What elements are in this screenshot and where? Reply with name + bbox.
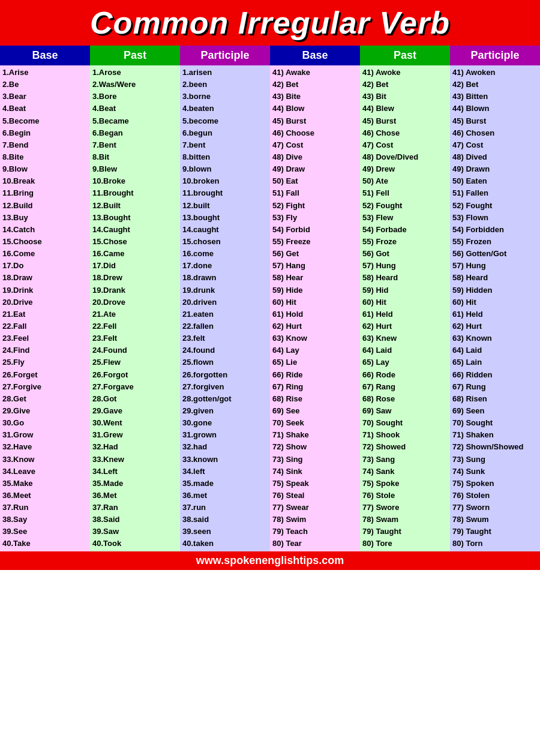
list-item: 63) Know <box>272 332 358 344</box>
list-item: 38.said <box>182 514 268 526</box>
list-item: 41) Awoke <box>362 67 448 79</box>
footer: www.spokenenglishtips.com <box>0 551 540 570</box>
list-item: 54) Forbid <box>272 224 358 236</box>
list-item: 64) Laid <box>362 344 448 356</box>
list-item: 42) Bet <box>452 79 538 91</box>
list-item: 43) Bitten <box>452 91 538 103</box>
list-item: 23.felt <box>182 332 268 344</box>
list-item: 52) Fought <box>362 200 448 212</box>
list-item: 73) Sung <box>452 454 538 466</box>
list-item: 18.drawn <box>182 272 268 284</box>
title-bar: Common Irregular Verb <box>0 0 540 46</box>
list-item: 75) Speak <box>272 478 358 490</box>
list-item: 10.Break <box>2 175 88 187</box>
list-item: 15.Chose <box>92 236 178 248</box>
list-item: 42) Bet <box>272 79 358 91</box>
list-item: 72) Shown/Showed <box>452 441 538 453</box>
list-item: 24.found <box>182 344 268 356</box>
list-item: 41) Awoken <box>452 67 538 79</box>
list-item: 2.Was/Were <box>92 79 178 91</box>
list-item: 60) Hit <box>272 296 358 308</box>
list-item: 63) Known <box>452 332 538 344</box>
list-item: 30.Went <box>92 417 178 429</box>
list-item: 34.Left <box>92 466 178 478</box>
right-base-column: 41) Awake42) Bet43) Bite44) Blow45) Burs… <box>270 65 360 551</box>
list-item: 76) Stolen <box>452 490 538 502</box>
list-item: 49) Drawn <box>452 163 538 175</box>
left-base-column: 1.Arise2.Be3.Bear4.Beat5.Become6.Begin7.… <box>0 65 90 551</box>
list-item: 70) Sought <box>362 417 448 429</box>
list-item: 22.fallen <box>182 320 268 332</box>
right-participle-column: 41) Awoken42) Bet43) Bitten44) Blown45) … <box>450 65 540 551</box>
list-item: 28.Got <box>92 393 178 405</box>
list-item: 3.Bear <box>2 91 88 103</box>
list-item: 58) Hear <box>272 272 358 284</box>
list-item: 32.Had <box>92 441 178 453</box>
list-item: 71) Shaken <box>452 429 538 441</box>
list-item: 65) Lie <box>272 356 358 368</box>
list-item: 50) Ate <box>362 175 448 187</box>
list-item: 16.Come <box>2 248 88 260</box>
list-item: 55) Froze <box>362 236 448 248</box>
list-item: 21.Ate <box>92 308 178 320</box>
list-item: 15.Choose <box>2 236 88 248</box>
list-item: 68) Rose <box>362 393 448 405</box>
list-item: 36.met <box>182 490 268 502</box>
list-item: 32.had <box>182 441 268 453</box>
list-item: 14.Caught <box>92 224 178 236</box>
list-item: 11.brought <box>182 187 268 199</box>
list-item: 58) Heard <box>452 272 538 284</box>
list-item: 11.Bring <box>2 187 88 199</box>
list-item: 59) Hide <box>272 284 358 296</box>
list-item: 53) Flown <box>452 212 538 224</box>
header-past-left: Past <box>90 46 180 65</box>
list-item: 78) Swum <box>452 514 538 526</box>
list-item: 4.beaten <box>182 103 268 115</box>
list-item: 48) Dive <box>272 151 358 163</box>
list-item: 9.Blow <box>2 163 88 175</box>
list-item: 20.Drive <box>2 296 88 308</box>
list-item: 1.Arose <box>92 67 178 79</box>
list-item: 8.Bit <box>92 151 178 163</box>
list-item: 54) Forbidden <box>452 224 538 236</box>
list-item: 10.Broke <box>92 175 178 187</box>
list-item: 22.Fell <box>92 320 178 332</box>
list-item: 8.Bite <box>2 151 88 163</box>
list-item: 80) Torn <box>452 538 538 550</box>
list-item: 56) Got <box>362 248 448 260</box>
list-item: 36.Met <box>92 490 178 502</box>
list-item: 79) Taught <box>362 526 448 538</box>
list-item: 9.Blew <box>92 163 178 175</box>
list-item: 41) Awake <box>272 67 358 79</box>
list-item: 76) Stole <box>362 490 448 502</box>
list-item: 43) Bite <box>272 91 358 103</box>
header-participle-right: Participle <box>450 46 540 65</box>
list-item: 25.flown <box>182 356 268 368</box>
list-item: 26.forgotten <box>182 369 268 381</box>
list-item: 6.Began <box>92 127 178 139</box>
list-item: 18.Draw <box>2 272 88 284</box>
list-item: 17.Did <box>92 260 178 272</box>
list-item: 37.Ran <box>92 502 178 514</box>
header-base-left: Base <box>0 46 90 65</box>
list-item: 50) Eat <box>272 175 358 187</box>
list-item: 26.Forget <box>2 369 88 381</box>
list-item: 2.been <box>182 79 268 91</box>
list-item: 45) Burst <box>272 115 358 127</box>
list-item: 51) Fell <box>362 187 448 199</box>
list-item: 46) Chose <box>362 127 448 139</box>
list-item: 21.Eat <box>2 308 88 320</box>
list-item: 73) Sang <box>362 454 448 466</box>
list-item: 54) Forbade <box>362 224 448 236</box>
list-item: 76) Steal <box>272 490 358 502</box>
list-item: 30.gone <box>182 417 268 429</box>
list-item: 72) Showed <box>362 441 448 453</box>
list-item: 9.blown <box>182 163 268 175</box>
list-item: 66) Ridden <box>452 369 538 381</box>
list-item: 40.Take <box>2 538 88 550</box>
list-item: 25.Fly <box>2 356 88 368</box>
list-item: 67) Rung <box>452 381 538 393</box>
list-item: 78) Swim <box>272 514 358 526</box>
list-item: 52) Fought <box>452 200 538 212</box>
list-item: 38.Say <box>2 514 88 526</box>
